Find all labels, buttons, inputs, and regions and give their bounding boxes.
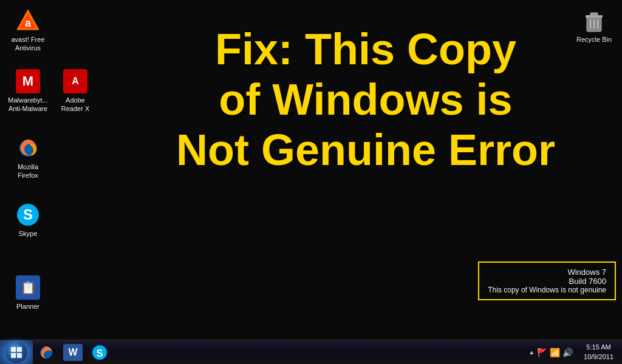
firefox-icon-img	[16, 136, 40, 160]
svg-text:a: a	[25, 17, 32, 29]
firefox-label: Mozilla Firefox	[9, 163, 47, 180]
adobe-label: Adobe Reader X	[56, 96, 95, 113]
adobe-reader-icon[interactable]: A Adobe Reader X	[53, 67, 97, 116]
tray-icons: ▲ 🚩 📶 🔊	[525, 348, 576, 357]
svg-text:S: S	[97, 348, 103, 359]
taskbar-word-button[interactable]: W	[60, 340, 86, 365]
skype-icon-img: S	[16, 203, 40, 227]
watermark-line2: Build 7600	[488, 277, 606, 286]
flag-icon: 🚩	[537, 348, 547, 357]
taskbar-word-icon: W	[63, 344, 83, 361]
malwarebytes-icon-img: M	[16, 69, 40, 93]
svg-rect-13	[17, 347, 22, 352]
planner-icon[interactable]: 📋 Planner	[6, 273, 50, 313]
svg-rect-15	[17, 353, 22, 358]
svg-rect-8	[590, 13, 598, 16]
planner-icon-img: 📋	[16, 275, 40, 300]
svg-text:S: S	[23, 206, 33, 223]
adobe-icon-img: A	[63, 69, 87, 93]
avast-icon[interactable]: a avast! Free Antivirus	[6, 6, 50, 55]
main-heading: Fix: This Copy of Windows is Not Genuine…	[115, 24, 616, 175]
watermark-line1: Windows 7	[488, 268, 606, 277]
firefox-desktop-icon[interactable]: Mozilla Firefox	[6, 133, 50, 183]
heading-line1: Fix: This Copy	[215, 25, 516, 73]
avast-label: avast! Free Antivirus	[9, 35, 47, 53]
clock-time: 5:15 AM	[584, 343, 613, 352]
taskbar: W S ▲ 🚩 📶 🔊 5:15 AM 10/9/2011	[0, 340, 622, 364]
show-hidden-icon[interactable]: ▲	[528, 349, 535, 356]
svg-rect-12	[11, 347, 16, 352]
system-tray: ▲ 🚩 📶 🔊 5:15 AM 10/9/2011	[525, 343, 622, 362]
avast-icon-img: a	[16, 8, 40, 33]
clock-date: 10/9/2011	[584, 352, 613, 362]
taskbar-firefox-button[interactable]	[33, 340, 60, 365]
skype-desktop-icon[interactable]: S Skype	[6, 200, 50, 240]
watermark-box: Windows 7 Build 7600 This copy of Window…	[478, 261, 616, 300]
start-button[interactable]	[0, 340, 33, 365]
planner-label: Planner	[16, 302, 39, 311]
heading-line2: of Windows is	[219, 75, 512, 124]
svg-rect-14	[11, 353, 16, 358]
start-orb	[5, 342, 27, 363]
desktop: a avast! Free Antivirus M Malwarebyt... …	[0, 0, 622, 340]
heading-line3: Not Genuine Error	[176, 126, 555, 174]
watermark-line3: This copy of Windows is not genuine	[488, 286, 606, 294]
volume-icon[interactable]: 🔊	[562, 348, 573, 357]
taskbar-skype-button[interactable]: S	[86, 340, 113, 365]
malwarebytes-label: Malwarebyt... Anti-Malware	[8, 96, 47, 113]
clock-area[interactable]: 5:15 AM 10/9/2011	[580, 343, 617, 362]
skype-label: Skype	[19, 229, 38, 238]
network-icon: 📶	[550, 348, 560, 357]
malwarebytes-icon[interactable]: M Malwarebyt... Anti-Malware	[6, 67, 50, 116]
